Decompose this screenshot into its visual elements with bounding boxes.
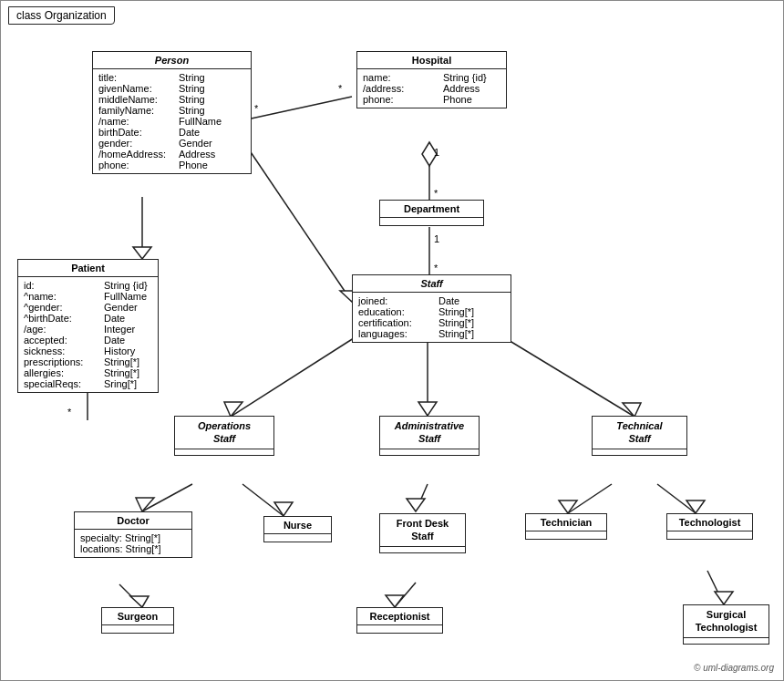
nurse-class: Nurse xyxy=(263,516,332,542)
svg-text:*: * xyxy=(254,103,259,114)
svg-marker-17 xyxy=(418,402,437,416)
staff-body: joined:Date education:String[*] certific… xyxy=(353,293,511,342)
svg-marker-31 xyxy=(130,596,149,607)
doctor-class: Doctor specialty: String[*] locations: S… xyxy=(74,511,192,558)
nurse-header: Nurse xyxy=(264,517,331,534)
svg-marker-35 xyxy=(715,592,733,604)
hospital-header: Hospital xyxy=(357,52,506,69)
svg-line-20 xyxy=(142,484,192,511)
department-header: Department xyxy=(380,201,483,218)
admin-staff-header: AdministrativeStaff xyxy=(380,417,479,449)
svg-marker-25 xyxy=(407,499,425,511)
department-class: Department xyxy=(379,200,484,226)
tech-staff-class: TechnicalStaff xyxy=(592,416,687,456)
svg-marker-27 xyxy=(559,500,577,513)
svg-line-22 xyxy=(242,484,284,516)
person-header: Person xyxy=(93,52,251,69)
svg-line-12 xyxy=(247,147,352,302)
diagram-title: class Organization xyxy=(8,6,115,25)
svg-line-24 xyxy=(416,484,428,511)
svg-marker-11 xyxy=(133,247,151,259)
doctor-body: specialty: String[*] locations: String[*… xyxy=(75,530,191,557)
staff-class: Staff joined:Date education:String[*] ce… xyxy=(352,274,511,343)
svg-line-14 xyxy=(231,336,356,417)
svg-marker-19 xyxy=(623,403,641,417)
svg-text:*: * xyxy=(67,407,72,418)
svg-line-18 xyxy=(502,336,634,417)
admin-staff-class: AdministrativeStaff xyxy=(379,416,480,456)
svg-line-28 xyxy=(657,484,696,513)
svg-text:*: * xyxy=(338,83,343,94)
uml-diagram: class Organization * * 1 * 1 * xyxy=(0,0,784,681)
surgical-tech-class: SurgicalTechnologist xyxy=(683,604,769,645)
receptionist-header: Receptionist xyxy=(357,608,442,625)
doctor-header: Doctor xyxy=(75,512,191,530)
technologist-class: Technologist xyxy=(666,513,753,540)
front-desk-header: Front DeskStaff xyxy=(380,514,465,547)
ops-staff-header: OperationsStaff xyxy=(175,417,273,449)
svg-marker-4 xyxy=(422,142,437,166)
staff-header: Staff xyxy=(353,275,511,293)
svg-line-26 xyxy=(568,484,612,513)
watermark: © uml-diagrams.org xyxy=(694,663,774,673)
technician-header: Technician xyxy=(526,514,606,531)
hospital-body: name:String {id} /address:Address phone:… xyxy=(357,69,506,108)
technologist-header: Technologist xyxy=(667,514,752,531)
patient-header: Patient xyxy=(18,260,158,277)
svg-line-30 xyxy=(119,584,142,607)
surgeon-class: Surgeon xyxy=(101,607,174,634)
person-body: title:String givenName:String middleName… xyxy=(93,69,251,173)
svg-marker-33 xyxy=(386,595,404,607)
person-class: Person title:String givenName:String mid… xyxy=(92,51,252,174)
tech-staff-header: TechnicalStaff xyxy=(593,417,686,449)
surgical-tech-header: SurgicalTechnologist xyxy=(684,605,769,638)
hospital-class: Hospital name:String {id} /address:Addre… xyxy=(356,51,507,108)
svg-marker-23 xyxy=(274,502,293,516)
svg-marker-15 xyxy=(224,402,242,417)
receptionist-class: Receptionist xyxy=(356,607,443,634)
department-body xyxy=(380,218,483,225)
svg-text:1: 1 xyxy=(434,147,439,158)
surgeon-header: Surgeon xyxy=(102,608,173,625)
svg-marker-21 xyxy=(136,498,154,511)
svg-line-32 xyxy=(395,583,416,607)
svg-text:1: 1 xyxy=(434,233,439,244)
svg-line-34 xyxy=(707,571,724,604)
front-desk-class: Front DeskStaff xyxy=(379,513,466,553)
svg-line-0 xyxy=(247,97,352,119)
svg-text:*: * xyxy=(434,188,438,199)
ops-staff-class: OperationsStaff xyxy=(174,416,274,456)
patient-body: id:String {id} ^name:FullName ^gender:Ge… xyxy=(18,277,158,392)
svg-text:*: * xyxy=(434,263,438,273)
technician-class: Technician xyxy=(525,513,607,540)
patient-class: Patient id:String {id} ^name:FullName ^g… xyxy=(17,259,159,393)
svg-marker-29 xyxy=(686,500,705,513)
